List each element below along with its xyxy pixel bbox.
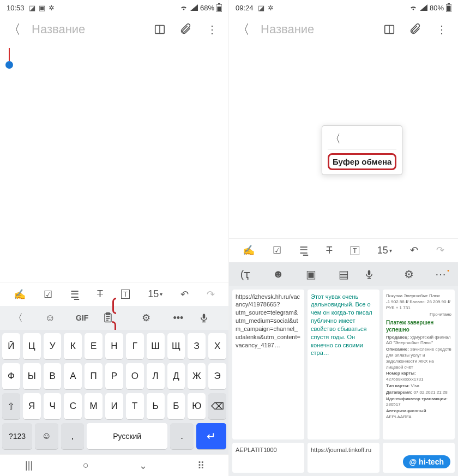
camera-icon: ▣ <box>39 4 45 12</box>
key[interactable]: Л <box>147 363 165 389</box>
key[interactable]: В <box>44 363 62 389</box>
clipboard-item[interactable]: AEPLATIT1000 <box>232 443 304 473</box>
key[interactable]: Я <box>23 393 41 419</box>
nav-keyboard-icon[interactable]: ⠿ <box>197 460 203 472</box>
text-style-icon[interactable]: T <box>97 288 103 300</box>
handwriting-icon[interactable]: ✍ <box>243 244 255 256</box>
key[interactable]: Х <box>208 333 226 359</box>
key[interactable]: Б <box>167 393 185 419</box>
undo-icon[interactable]: ↶ <box>410 244 418 256</box>
kb-more-icon[interactable]: ••• <box>167 312 190 324</box>
key[interactable]: М <box>85 393 103 419</box>
key[interactable]: Ф <box>2 363 20 389</box>
space-key[interactable]: Русский <box>87 423 167 449</box>
handwriting-icon[interactable]: ✍ <box>14 288 26 300</box>
key[interactable]: С <box>64 393 82 419</box>
checkbox-icon[interactable]: ☑ <box>44 288 52 300</box>
font-size-picker[interactable]: 15▾ <box>148 288 162 300</box>
clipboard-menu-item[interactable]: Буфер обмена <box>328 153 396 170</box>
key[interactable]: Ж <box>188 363 206 389</box>
clipboard-item[interactable]: https://journal.tinkoff.ru <box>308 443 379 473</box>
sticker-icon[interactable]: ▣ <box>299 268 323 281</box>
text-style-icon[interactable]: T <box>326 245 332 256</box>
title-input[interactable]: Название <box>261 22 372 37</box>
clipboard-item[interactable]: https://izhevsk.hh.ru/vacancy/41978665?u… <box>232 290 304 440</box>
key[interactable]: К <box>64 333 82 359</box>
key[interactable]: Т <box>126 393 144 419</box>
font-size-picker[interactable]: 15▾ <box>377 245 392 256</box>
text-box-icon[interactable]: T <box>121 290 130 299</box>
key[interactable]: Д <box>167 363 185 389</box>
key[interactable]: И <box>105 393 123 419</box>
key[interactable]: Р <box>105 363 123 389</box>
sticker-icon[interactable]: ☺ <box>39 312 62 324</box>
key[interactable]: Ы <box>23 363 41 389</box>
enter-key[interactable]: ↵ <box>196 423 226 449</box>
key[interactable]: О <box>126 363 144 389</box>
reader-mode-icon[interactable] <box>381 21 398 38</box>
kb-settings-icon[interactable]: ⚙ <box>135 312 158 324</box>
attach-icon[interactable] <box>407 21 424 38</box>
checkbox-icon[interactable]: ☑ <box>273 244 281 256</box>
keyboard-row-1: Й Ц У К Е Н Г Ш Щ З Х <box>2 333 226 359</box>
app-bar: 〈 Название ⋮ <box>0 15 228 44</box>
line-spacing-icon[interactable]: ☰̲ <box>299 244 308 256</box>
wifi-icon <box>409 4 418 11</box>
redo-icon[interactable]: ↷ <box>207 288 215 300</box>
period-key[interactable]: . <box>170 423 193 449</box>
settings-icon[interactable]: ⚙ <box>397 268 421 281</box>
key[interactable]: П <box>85 363 103 389</box>
title-input[interactable]: Название <box>32 22 142 37</box>
mic-icon[interactable] <box>364 268 388 280</box>
nav-home-icon[interactable]: ○ <box>83 460 89 471</box>
shift-key[interactable]: ⇧ <box>2 393 20 419</box>
nav-back-icon[interactable]: ⌄ <box>139 460 147 472</box>
key[interactable]: У <box>44 333 62 359</box>
app-icon: ◪ <box>258 4 264 12</box>
key[interactable]: Щ <box>167 333 185 359</box>
key[interactable]: Й <box>2 333 20 359</box>
svg-rect-16 <box>368 270 371 275</box>
attach-icon[interactable] <box>177 21 195 38</box>
mic-icon[interactable] <box>199 312 222 324</box>
line-spacing-icon[interactable]: ☰̲ <box>70 288 79 300</box>
back-button[interactable]: 〈 <box>237 21 250 38</box>
translate-icon[interactable]: (ҭ <box>233 268 257 281</box>
clipboard-item[interactable]: Покупка Энергосбыт Плюс -1 902.58 ₽ Бала… <box>383 290 455 440</box>
reader-mode-icon[interactable] <box>151 21 168 38</box>
key[interactable]: Ю <box>188 393 206 419</box>
key[interactable]: Ш <box>147 333 165 359</box>
more-icon[interactable]: ⋯ <box>430 268 454 281</box>
screen-left: 10:53 ◪ ▣ ✲ 68% 〈 Название ⋮ <box>0 0 229 476</box>
cursor-handle[interactable] <box>5 61 13 69</box>
key[interactable]: Е <box>85 333 103 359</box>
editor-area[interactable] <box>0 44 228 282</box>
key[interactable]: З <box>188 333 206 359</box>
context-menu-back[interactable]: 〈 <box>328 130 396 150</box>
save-icon[interactable]: ▤ <box>332 268 355 281</box>
key[interactable]: Э <box>208 363 226 389</box>
emoji-key[interactable]: ☺ <box>35 423 58 449</box>
numbers-key[interactable]: ?123 <box>2 423 32 449</box>
backspace-key[interactable]: ⌫ <box>208 393 226 419</box>
back-button[interactable]: 〈 <box>8 21 21 38</box>
gif-button[interactable]: GIF <box>71 314 94 322</box>
text-box-icon[interactable]: T <box>351 246 359 255</box>
kb-back-icon[interactable]: 〈 <box>7 311 29 324</box>
key[interactable]: Ц <box>23 333 41 359</box>
undo-icon[interactable]: ↶ <box>180 288 189 300</box>
comma-key[interactable]: , <box>61 423 84 449</box>
svg-rect-2 <box>218 7 221 11</box>
key[interactable]: Ч <box>44 393 62 419</box>
key[interactable]: Г <box>126 333 144 359</box>
more-menu-icon[interactable]: ⋮ <box>203 21 221 38</box>
redo-icon[interactable]: ↷ <box>436 244 444 256</box>
clipboard-item[interactable]: Этот чувак очень дальновидный. Все о чем… <box>308 290 379 440</box>
key[interactable]: Н <box>105 333 123 359</box>
more-menu-icon[interactable]: ⋮ <box>433 21 450 38</box>
key[interactable]: Ь <box>147 393 165 419</box>
nav-recents-icon[interactable]: ||| <box>25 460 33 471</box>
emoji-icon[interactable]: ☻ <box>266 268 290 280</box>
key[interactable]: А <box>64 363 82 389</box>
editor-area[interactable]: 〈 Буфер обмена <box>229 44 458 238</box>
